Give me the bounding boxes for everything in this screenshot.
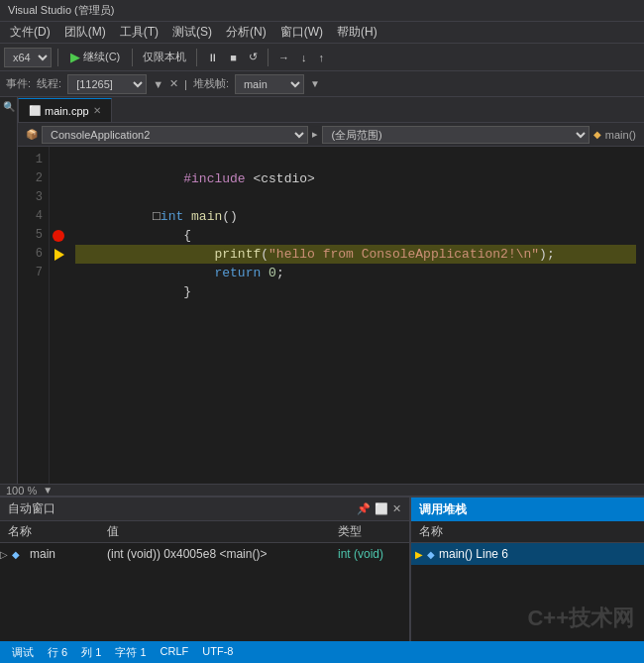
- stack-arrow: ▼: [310, 78, 320, 89]
- status-crlf[interactable]: CRLF: [155, 645, 195, 660]
- bp-empty-7: [50, 264, 67, 282]
- code-editor[interactable]: 1 2 3 4 5 6 7: [18, 147, 644, 484]
- breakpoint-col: [50, 147, 67, 484]
- step-over-button[interactable]: →: [274, 50, 293, 65]
- var-type: int (void): [330, 547, 409, 561]
- menu-analyze[interactable]: 分析(N): [220, 22, 272, 43]
- code-panel: ⬜ main.cpp ✕ 📦 ConsoleApplication2 ▸ (全局…: [18, 97, 644, 484]
- col-header-type: 类型: [330, 523, 409, 540]
- code-line-3: □int main(): [75, 188, 636, 207]
- line-num-4: 4: [18, 207, 43, 226]
- gutter-search-icon[interactable]: 🔍: [3, 101, 15, 112]
- project-icon: 📦: [26, 129, 38, 140]
- bottom-area: 自动窗口 📌 ⬜ ✕ 名称 值 类型 ▷ ◆ main (int (void))…: [0, 496, 644, 663]
- breakpoint-dot: [53, 230, 64, 242]
- close-panel-icon[interactable]: ✕: [392, 502, 401, 515]
- status-encoding[interactable]: UTF-8: [196, 645, 239, 660]
- stop-icon: ■: [230, 52, 237, 63]
- pause-button[interactable]: ⏸: [203, 50, 222, 65]
- callstack-empty: [411, 565, 644, 650]
- xmark-icon: ✕: [169, 77, 178, 90]
- auto-panel-empty: [0, 565, 409, 650]
- status-left: 调试 行 6 列 1 字符 1 CRLF UTF-8: [0, 645, 245, 660]
- col-header-value: 值: [99, 523, 330, 540]
- zoom-label: 100 %: [0, 485, 43, 497]
- step-over-icon: →: [278, 52, 289, 63]
- line-num-5: 5: [18, 226, 43, 245]
- title-bar: Visual Studio (管理员): [0, 0, 644, 22]
- restart-button[interactable]: ↺: [245, 49, 262, 65]
- code-lines[interactable]: #include <cstdio> □int main() { printf("…: [67, 147, 644, 484]
- tab-icon: ⬜: [29, 105, 41, 116]
- auto-panel: 自动窗口 📌 ⬜ ✕ 名称 值 类型 ▷ ◆ main (int (void))…: [0, 497, 411, 663]
- editor-area: 🔍 ⬜ main.cpp ✕ 📦 ConsoleApplication2 ▸ (…: [0, 97, 644, 484]
- callstack-title: 调用堆栈: [411, 497, 644, 521]
- menu-file[interactable]: 文件(D): [4, 22, 56, 43]
- step-out-button[interactable]: ↑: [314, 50, 328, 65]
- stack-select[interactable]: main: [235, 74, 304, 94]
- tab-label: main.cpp: [45, 105, 89, 117]
- restart-icon: ↺: [249, 51, 258, 63]
- stop-button[interactable]: ■: [226, 50, 241, 65]
- project-select[interactable]: ConsoleApplication2: [42, 126, 308, 144]
- callstack-header: 名称: [411, 521, 644, 543]
- pin-icon[interactable]: 📌: [357, 502, 371, 515]
- bp-empty-1: [50, 151, 67, 169]
- line-num-7: 7: [18, 264, 43, 282]
- menu-help[interactable]: 帮助(H): [331, 22, 383, 43]
- float-icon[interactable]: ⬜: [375, 502, 388, 515]
- callstack-row-0[interactable]: ▶ ◆ main() Line 6: [411, 543, 644, 565]
- continue-label: 继续(C): [83, 50, 120, 64]
- thread-select[interactable]: [11265]: [67, 74, 147, 94]
- status-bar: 调试 行 6 列 1 字符 1 CRLF UTF-8: [0, 641, 644, 663]
- auto-panel-icons: 📌 ⬜ ✕: [357, 502, 401, 515]
- bp-empty-3: [50, 188, 67, 207]
- zoom-arrow[interactable]: ▼: [43, 485, 53, 496]
- menu-test[interactable]: 测试(S): [166, 22, 218, 43]
- toolbar-sep-3: [196, 49, 197, 66]
- event-label: 事件:: [6, 76, 31, 91]
- sep-icon: |: [184, 78, 187, 90]
- auto-table-row-0[interactable]: ▷ ◆ main (int (void)) 0x4005e8 <main()> …: [0, 543, 409, 565]
- code-line-1: #include <cstdio>: [75, 151, 636, 169]
- toolbar: x64 ▶ 继续(C) 仅限本机 ⏸ ■ ↺ → ↓ ↑: [0, 44, 644, 71]
- var-icon: ◆: [12, 549, 28, 560]
- scope-select[interactable]: (全局范围): [322, 126, 589, 144]
- platform-select[interactable]: x64: [4, 48, 52, 67]
- menu-tools[interactable]: 工具(T): [114, 22, 164, 43]
- menu-team[interactable]: 团队(M): [58, 22, 112, 43]
- expand-icon: ▷: [0, 549, 12, 560]
- current-arrow: [54, 249, 64, 261]
- line-numbers: 1 2 3 4 5 6 7: [18, 147, 50, 484]
- line-num-1: 1: [18, 151, 43, 169]
- tab-main-cpp[interactable]: ⬜ main.cpp ✕: [18, 98, 112, 122]
- bp-line-6: [50, 245, 67, 264]
- diamond-icon: ◆: [593, 129, 601, 140]
- status-col[interactable]: 列 1: [75, 645, 107, 660]
- bp-empty-4: [50, 207, 67, 226]
- debug-toolbar: 事件: 线程: [11265] ▼ ✕ | 堆栈帧: main ▼: [0, 71, 644, 97]
- line-num-3: 3: [18, 188, 43, 207]
- machine-button[interactable]: 仅限本机: [139, 48, 190, 66]
- line-num-6: 6: [18, 245, 43, 264]
- status-line[interactable]: 行 6: [42, 645, 73, 660]
- editor-scrollbar: 100 % ▼: [0, 484, 644, 496]
- step-into-button[interactable]: ↓: [297, 50, 311, 65]
- stack-label: 堆栈帧:: [193, 76, 229, 91]
- var-name: main: [28, 547, 99, 561]
- pause-icon: ⏸: [207, 52, 218, 63]
- bp-line-5: [50, 226, 67, 245]
- continue-button[interactable]: ▶ 继续(C): [64, 48, 126, 66]
- auto-table-header: 名称 值 类型: [0, 521, 409, 543]
- machine-label: 仅限本机: [143, 50, 186, 64]
- status-char[interactable]: 字符 1: [109, 645, 152, 660]
- function-area: ◆ main(): [593, 129, 636, 141]
- tab-close-icon[interactable]: ✕: [93, 105, 101, 116]
- cs-func-name: main() Line 6: [439, 547, 508, 561]
- title-text: Visual Studio (管理员): [8, 3, 114, 18]
- file-path-bar: 📦 ConsoleApplication2 ▸ (全局范围) ◆ main(): [18, 123, 644, 147]
- line-num-2: 2: [18, 169, 43, 188]
- toolbar-sep-1: [57, 49, 58, 66]
- menu-window[interactable]: 窗口(W): [274, 22, 329, 43]
- status-debug[interactable]: 调试: [6, 645, 40, 660]
